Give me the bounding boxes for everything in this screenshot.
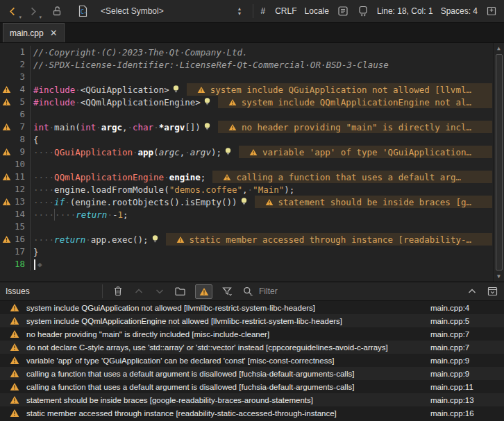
issue-row[interactable]: variable 'app' of type 'QGuiApplication'…	[0, 354, 504, 367]
previous-issue-chevron-up-icon[interactable]	[133, 286, 144, 298]
inline-warning-annotation[interactable]: calling a function that uses a default a…	[212, 171, 492, 183]
inline-warning-annotation[interactable]: system include QGuiApplication not allow…	[187, 83, 492, 96]
editor-tabbar: main.cpp ✕	[0, 23, 504, 43]
code-line[interactable]: 4#include·<QGuiApplication>system includ…	[0, 83, 492, 96]
forward-history-caret-icon[interactable]: ▾	[39, 15, 42, 19]
inline-warning-annotation[interactable]: no header providing "main" is directly i…	[218, 121, 492, 133]
code-text: //·Copyright·(C)·2023·The·Qt·Company·Ltd…	[31, 46, 492, 58]
issue-row[interactable]: calling a function that uses a default a…	[0, 380, 504, 393]
scrollbar-thumb[interactable]	[496, 54, 503, 270]
code-text	[31, 108, 492, 121]
issue-location: main.cpp:13	[430, 396, 500, 404]
code-line[interactable]: 2//·SPDX-License-Identifier:·LicenseRef-…	[0, 58, 492, 71]
inline-warning-annotation[interactable]: system include QQmlApplicationEngine not…	[218, 96, 492, 108]
code-line[interactable]: 15	[0, 221, 492, 233]
code-line[interactable]: 7int·main(int·argc,·char·*argv[])no head…	[0, 121, 492, 133]
code-text: //·SPDX-License-Identifier:·LicenseRef-Q…	[31, 58, 492, 71]
issue-row[interactable]: calling a function that uses a default a…	[0, 367, 504, 380]
encoding-button[interactable]: Locale	[305, 6, 329, 16]
code-line[interactable]: 14········return·-1;	[0, 208, 492, 221]
symbol-selector[interactable]: <Select Symbol> ▲▼	[96, 2, 245, 20]
code-text: ◆	[31, 258, 492, 270]
editor-scrollbar[interactable]: ▲ ▼	[493, 43, 504, 282]
expand-panel-chevron-up-icon[interactable]	[466, 286, 478, 298]
annotation-text: system include QGuiApplication not allow…	[210, 84, 471, 96]
scroll-down-icon[interactable]: ▼	[494, 271, 504, 282]
line-number: 5	[12, 96, 31, 108]
spaces-indicator[interactable]: Spaces: 4	[441, 6, 478, 16]
annotation-text: static member accessed through instance …	[190, 234, 471, 246]
line-number: 7	[12, 121, 31, 133]
code-line[interactable]: 6	[0, 108, 492, 121]
warning-icon	[10, 316, 20, 325]
issue-row[interactable]: no header providing "main" is directly i…	[0, 327, 504, 341]
code-line[interactable]: 13····if·(engine.rootObjects().isEmpty()…	[0, 196, 492, 208]
gutter-warning-icon[interactable]	[0, 98, 12, 106]
gutter-warning-icon[interactable]	[0, 148, 12, 156]
folder-icon[interactable]	[174, 286, 186, 298]
unlock-icon[interactable]	[51, 5, 63, 17]
code-line[interactable]: 18◆	[0, 258, 492, 270]
code-editor[interactable]: 1//·Copyright·(C)·2023·The·Qt·Company·Lt…	[0, 43, 504, 282]
code-line[interactable]: 3	[0, 71, 492, 83]
issue-row[interactable]: system include QGuiApplication not allow…	[0, 301, 504, 314]
ide-window: ▾ ▾ C» <Select Symbol> ▲▼ # CRLF Locale …	[0, 0, 504, 421]
gutter-warning-icon[interactable]	[0, 198, 12, 206]
annotation-text: statement should be inside braces [g…	[278, 196, 471, 208]
lightbulb-icon[interactable]	[240, 197, 248, 207]
code-line[interactable]: 12····engine.loadFromModule("demos.coffe…	[0, 183, 492, 196]
forward-icon[interactable]: ▾	[26, 5, 39, 17]
issue-location: main.cpp:7	[430, 343, 500, 352]
lightbulb-icon[interactable]	[224, 147, 232, 157]
close-icon[interactable]: ✕	[50, 28, 58, 37]
code-text: }	[31, 246, 492, 258]
code-line[interactable]: 11····QQmlApplicationEngine·engine;calli…	[0, 171, 492, 183]
code-line[interactable]: 9····QGuiApplication·app(argc,·argv);var…	[0, 146, 492, 158]
back-history-caret-icon[interactable]: ▾	[19, 15, 22, 19]
line-number: 9	[12, 146, 31, 158]
code-line[interactable]: 1//·Copyright·(C)·2023·The·Qt·Company·Lt…	[0, 46, 492, 58]
inline-warning-annotation[interactable]: static member accessed through instance …	[166, 233, 492, 246]
lightbulb-icon[interactable]	[203, 97, 211, 107]
panel-window-dropdown-icon[interactable]	[487, 286, 498, 298]
inline-warning-annotation[interactable]: statement should be inside braces [g…	[255, 196, 492, 208]
line-col-indicator[interactable]: Line: 18, Col: 1	[377, 6, 433, 16]
document-lines-icon[interactable]	[337, 5, 349, 17]
filter-funnel-icon[interactable]	[221, 286, 233, 298]
issue-row[interactable]: system include QQmlApplicationEngine not…	[0, 314, 504, 327]
issues-panel: Issues Filter	[0, 282, 504, 421]
clear-issues-icon[interactable]	[112, 286, 124, 298]
lightbulb-icon[interactable]	[203, 122, 211, 132]
pin-symbol-button[interactable]: #	[261, 6, 266, 16]
scroll-up-icon[interactable]: ▲	[494, 43, 504, 53]
tab-main-cpp[interactable]: main.cpp ✕	[3, 23, 65, 42]
line-number: 6	[12, 108, 31, 121]
line-number: 1	[12, 46, 31, 58]
next-issue-chevron-down-icon[interactable]	[153, 286, 165, 298]
file-encoding-icon[interactable]	[357, 5, 369, 17]
split-editor-icon[interactable]	[485, 5, 498, 17]
inline-warning-annotation[interactable]: variable 'app' of type 'QGuiApplication…	[239, 146, 492, 158]
warning-icon	[10, 303, 20, 312]
gutter-warning-icon[interactable]	[0, 235, 12, 243]
code-line[interactable]: 5#include·<QQmlApplicationEngine>system …	[0, 96, 492, 108]
code-line[interactable]: 10	[0, 158, 492, 171]
issues-filter-input[interactable]: Filter	[242, 286, 278, 297]
code-line[interactable]: 16····return·app.exec();static member ac…	[0, 233, 492, 246]
back-icon[interactable]: ▾	[6, 5, 19, 17]
warning-icon	[10, 409, 20, 418]
issue-row[interactable]: statement should be inside braces [googl…	[0, 393, 504, 406]
issue-row[interactable]: static member accessed through instance …	[0, 406, 504, 420]
issue-text: system include QQmlApplicationEngine not…	[26, 317, 430, 325]
line-ending-button[interactable]: CRLF	[275, 6, 296, 16]
code-line[interactable]: 8{	[0, 133, 492, 146]
issue-row[interactable]: do not declare C-style arrays, use 'std:…	[0, 341, 504, 354]
gutter-warning-icon[interactable]	[0, 85, 12, 94]
code-line[interactable]: 17}	[0, 246, 492, 258]
gutter-warning-icon[interactable]	[0, 123, 12, 131]
show-warnings-toggle[interactable]	[195, 284, 212, 299]
issue-text: statement should be inside braces [googl…	[26, 396, 430, 404]
lightbulb-icon[interactable]	[172, 85, 180, 94]
gutter-warning-icon[interactable]	[0, 173, 12, 181]
lightbulb-icon[interactable]	[151, 234, 159, 244]
